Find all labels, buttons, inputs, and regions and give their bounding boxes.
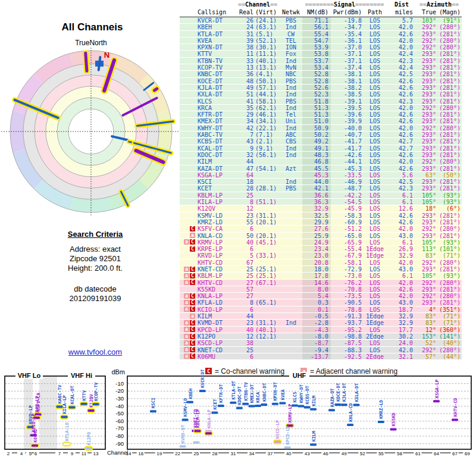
power-dbm: -41.7 [331,138,363,144]
virtual-channel [253,246,280,252]
azimuth-true: 4° [416,306,437,312]
table-row: KSMV-LD 23 (31.1) 32.5 -58.3 LOS 42.6 29… [180,212,462,219]
azimuth-true: 83° [416,320,437,325]
callsign: KXLA-DT [196,91,236,97]
station-label: KCET [212,399,218,410]
path: LOS [363,212,387,218]
azimuth-true: 52° [416,340,437,346]
path: LOS [363,273,387,278]
azimuth-true: 293° [416,165,437,171]
power-dbm: -70.8 [331,286,363,292]
real-channel: 6 [236,353,253,359]
channel-tick-label: 22 [175,451,180,456]
db-datecode: db datecode 201209191039 [0,284,190,303]
azimuth-true: 293° [416,71,437,77]
distance-miles: 42.6 [387,118,416,124]
virtual-channel: (24.1) [253,17,280,23]
path: LOS [363,58,387,64]
callsign: KVCR-DT [196,17,236,23]
azimuth-true: 293° [416,145,437,151]
distance-miles: 42.6 [387,84,416,90]
azimuth-true: 292° [416,347,437,353]
azimuth-magnetic: (280°) [437,280,462,286]
noise-margin: 50.2 [302,132,331,137]
power-dbm: -38.1 [331,71,363,77]
channel-tick-label: 14 [126,451,131,456]
noise-margin: 51.0 [302,118,331,124]
path: LOS [363,24,387,30]
signal-bar [298,405,304,408]
network: CBS [280,138,302,144]
real-channel: 34 [236,118,253,124]
adjacent-warning-icon: a [190,314,195,319]
distance-miles: 42.6 [387,91,416,97]
signal-bar [61,416,68,418]
noise-margin: 52.6 [302,84,331,90]
real-channel: 6 [236,246,253,252]
azimuth-magnetic: (280°) [437,37,462,43]
channel-tick-label: 34 [249,451,255,456]
network: Ind [280,58,302,64]
power-dbm: -42.2 [331,192,363,198]
azimuth-magnetic: (93°) [437,192,462,198]
network [280,293,302,299]
network [280,226,302,231]
azimuth-true: 293° [416,51,437,57]
noise-margin: 49.2 [302,138,331,144]
dbm-tick-label: -30 [115,395,124,402]
noise-margin: 25.9 [302,233,331,239]
azimuth-magnetic: (281°) [437,78,462,84]
signal-bar [261,403,267,406]
azimuth-true: 105° [416,273,437,278]
vhf-lo-label: VHF Lo [18,372,41,379]
table-row: KRVD-LP 5 (33.1) 23.0 -67.9 1Edge 32.9 8… [180,252,462,259]
power-dbm: -73.0 [331,273,363,278]
tvfool-report: { "title": "All Channels", "colors": { "… [0,0,476,457]
real-channel: 12 [236,333,253,339]
channel-tick-label: 7 [58,451,61,456]
station-label: KVMD-DT [180,424,186,443]
table-row: KMEX-DT 34 (34.1) Uni 51.0 -39.9 LOS 42.… [180,118,462,124]
table-row: KDOC-DT 32 (56.1) Ind 48.3 -42.6 LOS 42.… [180,152,462,158]
real-channel: 28 [236,185,253,191]
azimuth-magnetic: (281°) [437,212,462,218]
path: LOS [363,158,387,164]
azimuth-magnetic: (101°) [437,246,462,252]
distance-miles: 42.6 [387,212,416,218]
azimuth-magnetic: (281°) [437,91,462,97]
station-label: KPCD-LP [285,425,290,445]
real-channel: 26 [236,17,253,23]
channel-axis-title: Channel [107,449,128,456]
table-row: aC KPCD-LP 40 (40.1) -4.3 -95.2 LOS 17.7… [180,327,462,333]
virtual-channel: (22.1) [253,125,280,131]
azimuth-magnetic: (281°) [437,219,462,225]
distance-miles: 42.0 [387,158,416,164]
real-channel: 11 [236,51,253,57]
path: 1Edge [363,313,387,319]
table-row: KCET 28 (28.1) PBS 42.1 -48.7 LOS 42.3 2… [180,185,462,192]
real-channel: 39 [236,37,253,43]
distance-miles: 42.4 [387,64,416,70]
callsign: K06MU [196,353,236,359]
power-dbm: -93.7 [331,320,363,325]
table-row: KSGA-LP 64 45.3 -33.5 LOS 5.6 63° (50°) [180,172,462,179]
radar-plot: 2431393811331336262584025654423456438612… [0,24,196,223]
real-channel: 5 [236,252,253,258]
callsign: KWHY-DT [196,125,236,131]
station-label: KXLA-DT [354,383,359,402]
callsign: KBLM-LP [196,192,236,198]
path: LOS [363,299,387,305]
dist-group-header: Dist [387,1,416,8]
network [280,192,302,198]
real-channel: 36 [236,71,253,77]
uhf-label: UHF [293,372,306,379]
signal-bar [334,403,341,406]
power-dbm: -37.4 [331,64,363,70]
power-dbm: -54.5 [331,199,363,205]
dbm-tick-label: -20 [115,387,124,394]
path: LOS [363,138,387,144]
azimuth-magnetic: (281°) [437,152,462,158]
path: LOS [363,145,387,151]
tvfool-link[interactable]: www.tvfool.com [68,348,122,356]
dbm-tick-label: -10 [115,380,124,387]
